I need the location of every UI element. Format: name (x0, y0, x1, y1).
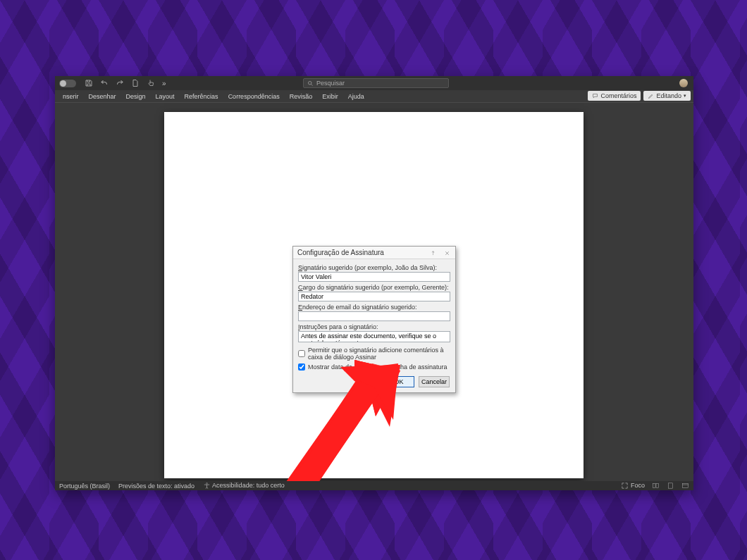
svg-rect-11 (653, 483, 655, 487)
touch-icon[interactable] (147, 79, 155, 87)
svg-point-10 (206, 483, 208, 484)
email-label: Endereço de email do signatário sugerido… (298, 304, 450, 311)
allow-comments-row[interactable]: Permitir que o signatário adicione comen… (298, 347, 450, 361)
tab-inserir[interactable]: nserir (58, 93, 84, 100)
tab-referencias[interactable]: Referências (180, 93, 223, 100)
redo-icon[interactable] (116, 79, 124, 87)
read-mode-icon[interactable] (652, 482, 660, 490)
dialog-title: Configuração de Assinatura (297, 249, 384, 256)
role-label: Cargo do signatário sugerido (por exempl… (298, 284, 450, 291)
undo-icon[interactable] (100, 79, 109, 87)
tab-desenhar[interactable]: Desenhar (84, 93, 121, 100)
editing-button-label: Editando (656, 91, 681, 101)
close-button[interactable] (440, 247, 454, 259)
svg-rect-12 (656, 483, 659, 487)
show-date-row[interactable]: Mostrar data da assinatura na linha de a… (298, 363, 450, 371)
word-window: » Documento1 - Word Pesquisar nserir Des… (55, 76, 693, 490)
comments-button[interactable]: Comentários (588, 91, 641, 101)
titlebar: » Documento1 - Word Pesquisar (55, 76, 693, 90)
accessibility-icon (203, 482, 211, 490)
qat-overflow-icon[interactable]: » (162, 80, 166, 87)
tab-revisao[interactable]: Revisão (285, 93, 318, 100)
tab-ajuda[interactable]: Ajuda (343, 93, 369, 100)
focus-mode-button[interactable]: Foco (621, 482, 645, 490)
signature-setup-dialog: Configuração de Assinatura SSignatário s… (292, 246, 456, 393)
chevron-down-icon: ▾ (684, 91, 686, 101)
search-icon (307, 80, 314, 87)
allow-comments-label: Permitir que o signatário adicione comen… (308, 347, 450, 361)
comments-button-label: Comentários (600, 91, 636, 101)
status-predictions[interactable]: Previsões de texto: ativado (118, 483, 195, 490)
web-layout-icon[interactable] (681, 482, 689, 490)
question-icon (430, 250, 436, 256)
tab-correspondencias[interactable]: Correspondências (223, 93, 285, 100)
file-icon[interactable] (131, 79, 140, 87)
dialog-titlebar: Configuração de Assinatura (293, 247, 455, 259)
svg-rect-14 (682, 483, 688, 487)
svg-rect-13 (668, 483, 672, 488)
status-language[interactable]: Português (Brasil) (59, 483, 110, 490)
instructions-textarea[interactable]: Antes de assinar este documento, verifiq… (298, 331, 450, 342)
focus-icon (621, 482, 629, 490)
instructions-label: Instruções para o signatário: (298, 323, 450, 330)
help-button[interactable] (426, 247, 440, 259)
comment-icon (592, 93, 598, 99)
save-icon[interactable] (85, 79, 93, 87)
document-area[interactable]: Configuração de Assinatura SSignatário s… (55, 103, 693, 481)
tab-design[interactable]: Design (121, 93, 151, 100)
signer-label: SSignatário sugerido (por exemplo, João … (298, 264, 450, 271)
svg-point-0 (309, 81, 312, 85)
ok-button[interactable]: OK (383, 376, 414, 387)
statusbar: Português (Brasil) Previsões de texto: a… (55, 481, 693, 490)
role-input[interactable] (298, 292, 450, 301)
status-accessibility[interactable]: Acessibilidade: tudo certo (203, 482, 285, 490)
signer-input[interactable] (298, 272, 450, 282)
ribbon-tabs: nserir Desenhar Design Layout Referência… (55, 90, 693, 103)
close-icon (444, 250, 450, 256)
cancel-button[interactable]: Cancelar (419, 376, 450, 387)
allow-comments-checkbox[interactable] (298, 350, 305, 357)
autosave-toggle[interactable] (59, 80, 76, 87)
tab-layout[interactable]: Layout (151, 93, 180, 100)
email-input[interactable] (298, 311, 450, 321)
user-avatar[interactable] (679, 79, 688, 87)
search-placeholder: Pesquisar (316, 80, 345, 87)
tab-exibir[interactable]: Exibir (317, 93, 343, 100)
editing-mode-button[interactable]: Editando ▾ (643, 91, 691, 101)
tell-me-search[interactable]: Pesquisar (303, 78, 449, 88)
pencil-icon (648, 93, 654, 99)
show-date-label: Mostrar data da assinatura na linha de a… (308, 363, 447, 371)
show-date-checkbox[interactable] (298, 363, 305, 371)
print-layout-icon[interactable] (667, 482, 674, 490)
